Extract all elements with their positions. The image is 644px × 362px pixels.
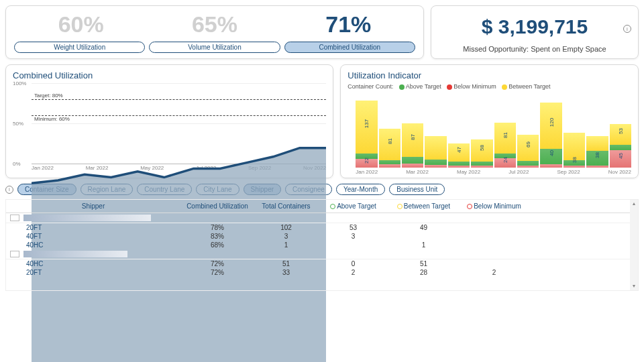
stack-column: 38 bbox=[564, 133, 585, 168]
tab-combined-utilization[interactable]: Combined Utilization bbox=[284, 42, 415, 53]
tab-volume-utilization[interactable]: Volume Utilization bbox=[149, 42, 280, 53]
info-icon[interactable]: i bbox=[623, 25, 631, 33]
stack-column: 69 bbox=[517, 135, 539, 168]
table-row[interactable]: 20FT72%332282 bbox=[6, 268, 630, 277]
filter-year-month[interactable]: Year-Month bbox=[336, 184, 385, 195]
col-shipper[interactable]: Shipper bbox=[6, 202, 180, 210]
col-total-containers[interactable]: Total Containers bbox=[254, 202, 318, 210]
scrollbar[interactable]: ▴ ▾ bbox=[630, 200, 638, 290]
collapse-toggle-icon[interactable] bbox=[10, 251, 19, 257]
stack-column: 38 bbox=[586, 136, 608, 168]
bullet-yellow-icon bbox=[397, 204, 402, 209]
legend-dot-below-icon bbox=[447, 84, 452, 90]
group-bar bbox=[23, 215, 151, 221]
table-row[interactable]: 40HC72%51051 bbox=[6, 259, 630, 268]
group-bar bbox=[23, 251, 127, 257]
table-row[interactable]: 40HC68%11 bbox=[6, 241, 630, 249]
combined-pct: 71% bbox=[325, 11, 371, 38]
stack-column: 58 bbox=[471, 139, 492, 168]
col-combined-util[interactable]: Combined Utilization bbox=[180, 202, 254, 210]
tab-weight-utilization[interactable]: Weight Utilization bbox=[14, 42, 145, 53]
stack-column: 87 bbox=[402, 123, 423, 168]
indicator-legend: Container Count: Above Target Below Mini… bbox=[347, 83, 631, 90]
legend-dot-between-icon bbox=[502, 84, 507, 90]
missed-opportunity-card: $ 3,199,715 Missed Opportunity: Spent on… bbox=[431, 5, 639, 59]
table-group-row[interactable] bbox=[6, 213, 630, 223]
detail-table: Shipper Combined Utilization Total Conta… bbox=[5, 199, 639, 291]
col-between-target[interactable]: Between Target bbox=[388, 202, 459, 210]
stack-column: 8124 bbox=[494, 123, 516, 168]
filter-business-unit[interactable]: Business Unit bbox=[389, 184, 445, 195]
area-chart-body: 100% 50% 0% Target: 80% Minimum: 60% bbox=[32, 83, 326, 164]
bullet-green-icon bbox=[330, 204, 335, 209]
money-value: $ 3,199,715 bbox=[439, 15, 630, 38]
col-below-minimum[interactable]: Below Minimum bbox=[459, 202, 529, 210]
weight-pct: 60% bbox=[58, 11, 104, 38]
table-row[interactable]: 20FT78%1025349 bbox=[6, 223, 630, 232]
chart-title: Combined Utilization bbox=[13, 70, 326, 80]
col-above-target[interactable]: Above Target bbox=[318, 202, 388, 210]
table-body: 20FT78%102534940FT83%3340HC68%1140HC72%5… bbox=[6, 213, 630, 290]
stack-column: 5345 bbox=[610, 124, 631, 168]
kpi-card: 60% 65% 71% Weight Utilization Volume Ut… bbox=[5, 5, 424, 59]
x-axis: Jan 2022Mar 2022May 2022Jul 2022Sep 2022… bbox=[356, 169, 631, 175]
stacked-bar-body: 13722818747588124691204038385345 bbox=[356, 93, 631, 168]
stack-column: 12040 bbox=[540, 103, 561, 168]
info-icon[interactable]: i bbox=[5, 186, 13, 194]
combined-utilization-chart: Combined Utilization 100% 50% 0% Target:… bbox=[5, 64, 333, 178]
collapse-toggle-icon[interactable] bbox=[10, 215, 19, 221]
table-group-row[interactable] bbox=[6, 249, 630, 259]
money-label: Missed Opportunity: Spent on Empty Space bbox=[439, 45, 630, 53]
table-header-row: Shipper Combined Utilization Total Conta… bbox=[6, 200, 630, 213]
stack-column bbox=[425, 136, 446, 168]
bullet-red-icon bbox=[467, 204, 472, 209]
chart-title: Utilization Indicator bbox=[347, 70, 631, 80]
utilization-indicator-chart: Utilization Indicator Container Count: A… bbox=[340, 64, 639, 178]
stack-column: 81 bbox=[379, 129, 400, 168]
stack-column: 47 bbox=[448, 143, 470, 168]
table-row[interactable]: 40FT83%33 bbox=[6, 232, 630, 241]
scroll-down-icon[interactable]: ▾ bbox=[630, 282, 638, 290]
stack-column: 13722 bbox=[356, 101, 377, 168]
volume-pct: 65% bbox=[192, 11, 237, 38]
scroll-up-icon[interactable]: ▴ bbox=[630, 200, 638, 208]
legend-dot-above-icon bbox=[399, 84, 405, 90]
